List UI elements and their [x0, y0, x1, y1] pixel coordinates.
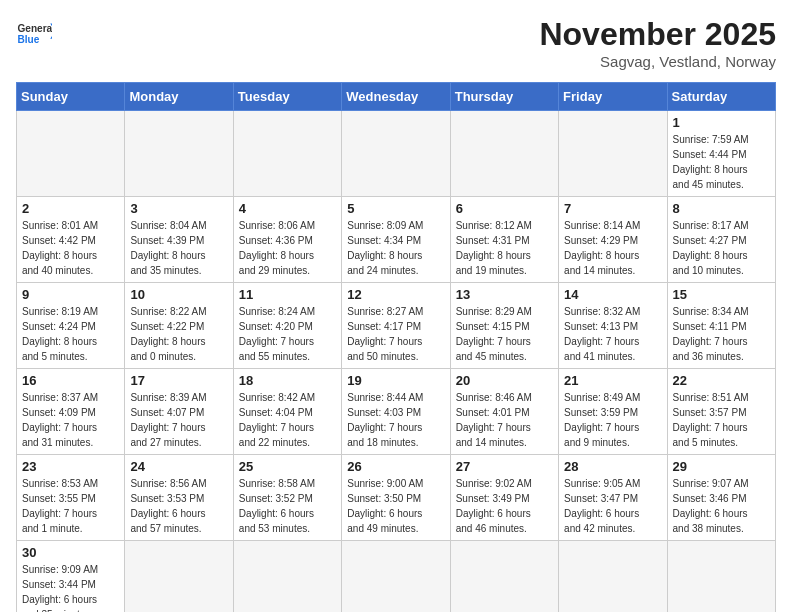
calendar-cell: 4Sunrise: 8:06 AM Sunset: 4:36 PM Daylig…	[233, 197, 341, 283]
calendar-cell: 13Sunrise: 8:29 AM Sunset: 4:15 PM Dayli…	[450, 283, 558, 369]
day-info: Sunrise: 8:51 AM Sunset: 3:57 PM Dayligh…	[673, 390, 770, 450]
day-number: 10	[130, 287, 227, 302]
day-info: Sunrise: 9:05 AM Sunset: 3:47 PM Dayligh…	[564, 476, 661, 536]
day-number: 26	[347, 459, 444, 474]
day-number: 8	[673, 201, 770, 216]
day-info: Sunrise: 9:00 AM Sunset: 3:50 PM Dayligh…	[347, 476, 444, 536]
weekday-header-sunday: Sunday	[17, 83, 125, 111]
day-number: 12	[347, 287, 444, 302]
calendar-cell	[233, 111, 341, 197]
day-number: 16	[22, 373, 119, 388]
calendar-cell: 1Sunrise: 7:59 AM Sunset: 4:44 PM Daylig…	[667, 111, 775, 197]
day-info: Sunrise: 7:59 AM Sunset: 4:44 PM Dayligh…	[673, 132, 770, 192]
weekday-header-saturday: Saturday	[667, 83, 775, 111]
calendar-cell: 27Sunrise: 9:02 AM Sunset: 3:49 PM Dayli…	[450, 455, 558, 541]
calendar-cell: 19Sunrise: 8:44 AM Sunset: 4:03 PM Dayli…	[342, 369, 450, 455]
calendar-cell: 2Sunrise: 8:01 AM Sunset: 4:42 PM Daylig…	[17, 197, 125, 283]
calendar-cell: 15Sunrise: 8:34 AM Sunset: 4:11 PM Dayli…	[667, 283, 775, 369]
calendar-cell: 20Sunrise: 8:46 AM Sunset: 4:01 PM Dayli…	[450, 369, 558, 455]
day-number: 4	[239, 201, 336, 216]
calendar-cell	[342, 541, 450, 613]
day-number: 23	[22, 459, 119, 474]
weekday-header-thursday: Thursday	[450, 83, 558, 111]
day-info: Sunrise: 8:22 AM Sunset: 4:22 PM Dayligh…	[130, 304, 227, 364]
calendar-cell	[667, 541, 775, 613]
calendar-cell: 5Sunrise: 8:09 AM Sunset: 4:34 PM Daylig…	[342, 197, 450, 283]
day-number: 1	[673, 115, 770, 130]
day-number: 28	[564, 459, 661, 474]
weekday-header-friday: Friday	[559, 83, 667, 111]
day-number: 5	[347, 201, 444, 216]
day-info: Sunrise: 8:12 AM Sunset: 4:31 PM Dayligh…	[456, 218, 553, 278]
weekday-header-tuesday: Tuesday	[233, 83, 341, 111]
calendar-cell: 9Sunrise: 8:19 AM Sunset: 4:24 PM Daylig…	[17, 283, 125, 369]
calendar-cell	[125, 111, 233, 197]
calendar-cell: 11Sunrise: 8:24 AM Sunset: 4:20 PM Dayli…	[233, 283, 341, 369]
calendar-cell: 14Sunrise: 8:32 AM Sunset: 4:13 PM Dayli…	[559, 283, 667, 369]
day-info: Sunrise: 8:53 AM Sunset: 3:55 PM Dayligh…	[22, 476, 119, 536]
calendar-cell	[342, 111, 450, 197]
day-number: 27	[456, 459, 553, 474]
day-number: 30	[22, 545, 119, 560]
calendar-table: SundayMondayTuesdayWednesdayThursdayFrid…	[16, 82, 776, 612]
calendar-cell	[559, 111, 667, 197]
day-number: 6	[456, 201, 553, 216]
day-number: 2	[22, 201, 119, 216]
calendar-week-row: 9Sunrise: 8:19 AM Sunset: 4:24 PM Daylig…	[17, 283, 776, 369]
day-info: Sunrise: 8:58 AM Sunset: 3:52 PM Dayligh…	[239, 476, 336, 536]
calendar-cell: 10Sunrise: 8:22 AM Sunset: 4:22 PM Dayli…	[125, 283, 233, 369]
svg-text:Blue: Blue	[17, 34, 39, 45]
day-number: 15	[673, 287, 770, 302]
day-info: Sunrise: 8:39 AM Sunset: 4:07 PM Dayligh…	[130, 390, 227, 450]
calendar-week-row: 1Sunrise: 7:59 AM Sunset: 4:44 PM Daylig…	[17, 111, 776, 197]
day-info: Sunrise: 8:32 AM Sunset: 4:13 PM Dayligh…	[564, 304, 661, 364]
day-info: Sunrise: 9:07 AM Sunset: 3:46 PM Dayligh…	[673, 476, 770, 536]
calendar-cell: 26Sunrise: 9:00 AM Sunset: 3:50 PM Dayli…	[342, 455, 450, 541]
day-info: Sunrise: 8:42 AM Sunset: 4:04 PM Dayligh…	[239, 390, 336, 450]
day-info: Sunrise: 9:02 AM Sunset: 3:49 PM Dayligh…	[456, 476, 553, 536]
day-info: Sunrise: 8:06 AM Sunset: 4:36 PM Dayligh…	[239, 218, 336, 278]
day-info: Sunrise: 8:56 AM Sunset: 3:53 PM Dayligh…	[130, 476, 227, 536]
calendar-cell: 24Sunrise: 8:56 AM Sunset: 3:53 PM Dayli…	[125, 455, 233, 541]
svg-text:General: General	[17, 23, 52, 34]
day-info: Sunrise: 8:01 AM Sunset: 4:42 PM Dayligh…	[22, 218, 119, 278]
calendar-cell: 22Sunrise: 8:51 AM Sunset: 3:57 PM Dayli…	[667, 369, 775, 455]
day-info: Sunrise: 8:46 AM Sunset: 4:01 PM Dayligh…	[456, 390, 553, 450]
calendar-week-row: 23Sunrise: 8:53 AM Sunset: 3:55 PM Dayli…	[17, 455, 776, 541]
day-number: 14	[564, 287, 661, 302]
day-info: Sunrise: 8:24 AM Sunset: 4:20 PM Dayligh…	[239, 304, 336, 364]
day-number: 25	[239, 459, 336, 474]
calendar-week-row: 30Sunrise: 9:09 AM Sunset: 3:44 PM Dayli…	[17, 541, 776, 613]
day-info: Sunrise: 8:04 AM Sunset: 4:39 PM Dayligh…	[130, 218, 227, 278]
calendar-cell	[559, 541, 667, 613]
weekday-header-monday: Monday	[125, 83, 233, 111]
day-info: Sunrise: 8:44 AM Sunset: 4:03 PM Dayligh…	[347, 390, 444, 450]
day-number: 20	[456, 373, 553, 388]
calendar-cell: 3Sunrise: 8:04 AM Sunset: 4:39 PM Daylig…	[125, 197, 233, 283]
day-info: Sunrise: 8:19 AM Sunset: 4:24 PM Dayligh…	[22, 304, 119, 364]
day-info: Sunrise: 8:09 AM Sunset: 4:34 PM Dayligh…	[347, 218, 444, 278]
header: General Blue November 2025 Sagvag, Vestl…	[16, 16, 776, 70]
logo: General Blue	[16, 16, 52, 52]
day-number: 13	[456, 287, 553, 302]
day-number: 17	[130, 373, 227, 388]
month-year-title: November 2025	[539, 16, 776, 53]
calendar-week-row: 16Sunrise: 8:37 AM Sunset: 4:09 PM Dayli…	[17, 369, 776, 455]
calendar-cell: 29Sunrise: 9:07 AM Sunset: 3:46 PM Dayli…	[667, 455, 775, 541]
calendar-cell: 23Sunrise: 8:53 AM Sunset: 3:55 PM Dayli…	[17, 455, 125, 541]
calendar-cell	[450, 111, 558, 197]
title-area: November 2025 Sagvag, Vestland, Norway	[539, 16, 776, 70]
day-number: 7	[564, 201, 661, 216]
day-number: 19	[347, 373, 444, 388]
calendar-cell	[17, 111, 125, 197]
day-info: Sunrise: 8:34 AM Sunset: 4:11 PM Dayligh…	[673, 304, 770, 364]
day-info: Sunrise: 8:27 AM Sunset: 4:17 PM Dayligh…	[347, 304, 444, 364]
day-info: Sunrise: 8:14 AM Sunset: 4:29 PM Dayligh…	[564, 218, 661, 278]
calendar-cell: 21Sunrise: 8:49 AM Sunset: 3:59 PM Dayli…	[559, 369, 667, 455]
day-number: 18	[239, 373, 336, 388]
calendar-cell: 16Sunrise: 8:37 AM Sunset: 4:09 PM Dayli…	[17, 369, 125, 455]
calendar-cell: 17Sunrise: 8:39 AM Sunset: 4:07 PM Dayli…	[125, 369, 233, 455]
day-info: Sunrise: 9:09 AM Sunset: 3:44 PM Dayligh…	[22, 562, 119, 612]
day-number: 9	[22, 287, 119, 302]
weekday-header-row: SundayMondayTuesdayWednesdayThursdayFrid…	[17, 83, 776, 111]
